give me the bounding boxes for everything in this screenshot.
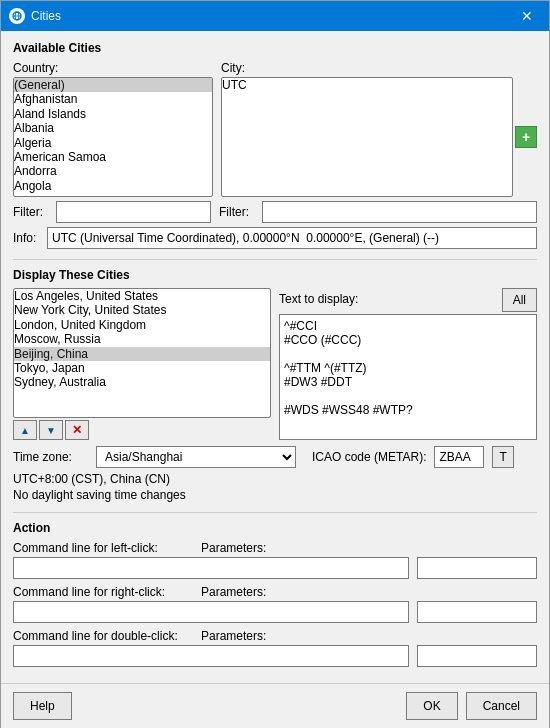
left-click-label: Command line for left-click:	[13, 541, 193, 555]
window-title: Cities	[31, 9, 513, 23]
country-item-general[interactable]: (General)	[14, 78, 212, 92]
timezone-row: Time zone: Asia/Shanghai ICAO code (META…	[13, 446, 537, 468]
country-item-afghanistan[interactable]: Afghanistan	[14, 92, 212, 106]
timezone-label: Time zone:	[13, 450, 88, 464]
all-button[interactable]: All	[502, 288, 537, 312]
city-col: City: UTC +	[221, 61, 537, 197]
t-button[interactable]: T	[492, 446, 513, 468]
right-params-label: Parameters:	[201, 585, 266, 599]
right-click-input[interactable]	[13, 601, 409, 623]
country-col: Country: (General) Afghanistan Aland Isl…	[13, 61, 213, 197]
country-item-angola[interactable]: Angola	[14, 179, 212, 193]
country-item-american-samoa[interactable]: American Samoa	[14, 150, 212, 164]
cancel-button[interactable]: Cancel	[466, 692, 537, 720]
move-down-button[interactable]: ▼	[39, 420, 63, 440]
action-title: Action	[13, 521, 537, 535]
display-cities-section: Display These Cities Los Angeles, United…	[13, 268, 537, 502]
display-city-sydney[interactable]: Sydney, Australia	[14, 375, 270, 389]
right-click-label: Command line for right-click:	[13, 585, 193, 599]
double-params-label: Parameters:	[201, 629, 266, 643]
icao-label: ICAO code (METAR):	[312, 450, 426, 464]
right-params-input[interactable]	[417, 601, 537, 623]
double-click-label: Command line for double-click:	[13, 629, 193, 643]
left-params-input[interactable]	[417, 557, 537, 579]
window-icon	[9, 8, 25, 24]
text-display-col: Text to display: All ^#CCI #CCO (#CCC) ^…	[279, 288, 537, 440]
display-city-list-col: Los Angeles, United States New York City…	[13, 288, 271, 440]
available-cities-section: Available Cities Country: (General) Afgh…	[13, 41, 537, 249]
filter2-label: Filter:	[219, 205, 254, 219]
filter1-input[interactable]	[56, 201, 211, 223]
ok-button[interactable]: OK	[406, 692, 457, 720]
city-label: City:	[221, 61, 537, 75]
filter2-input[interactable]	[262, 201, 537, 223]
city-list-wrapper: Los Angeles, United States New York City…	[13, 288, 537, 440]
info-label: Info:	[13, 231, 43, 245]
display-city-tokyo[interactable]: Tokyo, Japan	[14, 361, 270, 375]
action-section: Action Command line for left-click: Para…	[13, 521, 537, 667]
filter1-label: Filter:	[13, 205, 48, 219]
daylight-info: No daylight saving time changes	[13, 488, 537, 502]
country-item-algeria[interactable]: Algeria	[14, 136, 212, 150]
left-click-input[interactable]	[13, 557, 409, 579]
timezone-info: UTC+8:00 (CST), China (CN)	[13, 472, 537, 486]
move-up-button[interactable]: ▲	[13, 420, 37, 440]
close-button[interactable]: ✕	[513, 6, 541, 26]
display-city-moscow[interactable]: Moscow, Russia	[14, 332, 270, 346]
city-listbox[interactable]: UTC	[221, 77, 513, 197]
double-click-row	[13, 645, 537, 667]
left-params-label: Parameters:	[201, 541, 266, 555]
left-click-row	[13, 557, 537, 579]
country-item-albania[interactable]: Albania	[14, 121, 212, 135]
country-item-andorra[interactable]: Andorra	[14, 164, 212, 178]
city-item-utc[interactable]: UTC	[222, 78, 512, 92]
double-params-input[interactable]	[417, 645, 537, 667]
text-display-textarea[interactable]: ^#CCI #CCO (#CCC) ^#TTM ^(#TTZ) #DW3 #DD…	[279, 314, 537, 440]
help-button[interactable]: Help	[13, 692, 72, 720]
icao-input[interactable]	[434, 446, 484, 468]
add-city-button[interactable]: +	[515, 126, 537, 148]
right-click-row	[13, 601, 537, 623]
bottom-bar: Help OK Cancel	[1, 683, 549, 728]
display-city-la[interactable]: Los Angeles, United States	[14, 289, 270, 303]
double-click-input[interactable]	[13, 645, 409, 667]
text-display-label: Text to display:	[279, 292, 358, 306]
move-buttons: ▲ ▼ ✕	[13, 420, 271, 440]
country-item-aland[interactable]: Aland Islands	[14, 107, 212, 121]
info-input[interactable]	[47, 227, 537, 249]
display-cities-title: Display These Cities	[13, 268, 537, 282]
timezone-select[interactable]: Asia/Shanghai	[96, 446, 296, 468]
country-listbox[interactable]: (General) Afghanistan Aland Islands Alba…	[13, 77, 213, 197]
display-city-beijing[interactable]: Beijing, China	[14, 347, 270, 361]
titlebar: Cities ✕	[1, 1, 549, 31]
country-label: Country:	[13, 61, 213, 75]
info-row: Info:	[13, 227, 537, 249]
cities-dialog: Cities ✕ Available Cities Country: (Gene…	[0, 0, 550, 728]
display-city-nyc[interactable]: New York City, United States	[14, 303, 270, 317]
delete-button[interactable]: ✕	[65, 420, 89, 440]
city-input-row: UTC +	[221, 77, 537, 197]
display-city-listbox[interactable]: Los Angeles, United States New York City…	[13, 288, 271, 418]
display-city-london[interactable]: London, United Kingdom	[14, 318, 270, 332]
available-cities-title: Available Cities	[13, 41, 537, 55]
